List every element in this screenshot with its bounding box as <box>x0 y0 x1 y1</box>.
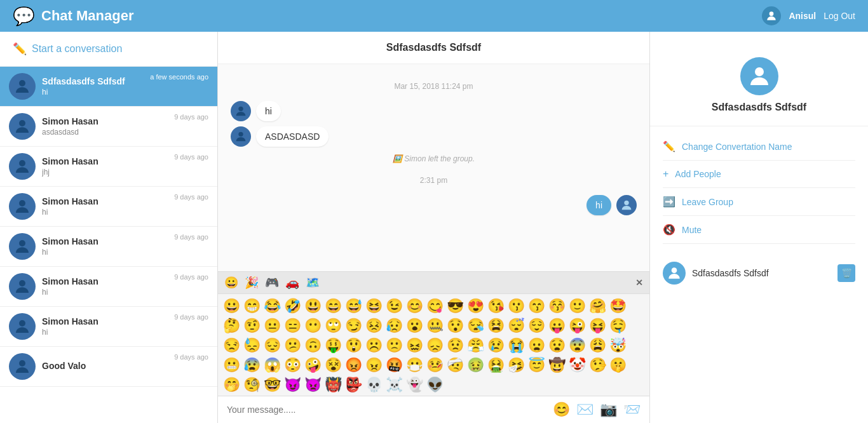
emoji-button[interactable]: 😊 <box>553 401 570 418</box>
add-people-button[interactable]: + Add People <box>663 161 855 188</box>
emoji-item[interactable]: 😋 <box>425 297 445 316</box>
emoji-item[interactable]: 🤢 <box>466 356 485 375</box>
emoji-item[interactable]: 🤭 <box>222 375 241 394</box>
emoji-cat-transport[interactable]: 🚗 <box>285 276 299 290</box>
emoji-item[interactable]: 😖 <box>405 336 424 355</box>
emoji-item[interactable]: 🙄 <box>323 316 343 335</box>
conversation-item[interactable]: Simon Hasan hi 9 days ago <box>0 227 217 267</box>
emoji-item[interactable]: 😑 <box>283 316 302 335</box>
conversation-item[interactable]: Simon Hasan hi 9 days ago <box>0 187 217 227</box>
camera-button[interactable]: 📷 <box>600 401 617 418</box>
mute-button[interactable]: 🔇 Mute <box>663 216 855 244</box>
emoji-item[interactable]: 😴 <box>506 316 526 335</box>
emoji-item[interactable]: 😜 <box>567 316 587 335</box>
emoji-item[interactable]: 😟 <box>445 336 465 355</box>
emoji-item[interactable]: 🤧 <box>506 356 526 375</box>
emoji-item[interactable]: 😒 <box>222 336 241 355</box>
emoji-item[interactable]: 🤬 <box>384 356 404 375</box>
conversation-item[interactable]: Good Valo 9 days ago <box>0 347 217 387</box>
emoji-item[interactable]: 😶 <box>303 316 323 335</box>
conversation-item[interactable]: Simon Hasan asdasdasd 9 days ago <box>0 107 217 147</box>
emoji-item[interactable]: 🤮 <box>486 356 506 375</box>
emoji-item[interactable]: 👿 <box>303 375 323 394</box>
emoji-item[interactable]: 🤫 <box>608 356 628 375</box>
emoji-item[interactable]: 👺 <box>344 375 363 394</box>
emoji-cat-celebration[interactable]: 🎉 <box>245 276 259 290</box>
start-conversation-button[interactable]: ✏️ Start a conversation <box>0 32 217 67</box>
emoji-item[interactable]: 😙 <box>527 297 546 316</box>
emoji-item[interactable]: 🤒 <box>425 356 445 375</box>
emoji-item[interactable]: 🤯 <box>608 336 628 355</box>
emoji-item[interactable]: 😌 <box>527 316 546 335</box>
emoji-item[interactable]: 😷 <box>405 356 424 375</box>
emoji-item[interactable]: 😄 <box>323 297 343 316</box>
emoji-item[interactable]: 😎 <box>445 297 465 316</box>
image-button[interactable]: ✉️ <box>576 401 593 418</box>
emoji-item[interactable]: 😡 <box>344 356 363 375</box>
emoji-item[interactable]: 😩 <box>588 336 607 355</box>
emoji-item[interactable]: 🤣 <box>283 297 302 316</box>
emoji-item[interactable]: 😐 <box>262 316 282 335</box>
emoji-item[interactable]: 😢 <box>486 336 506 355</box>
emoji-item[interactable]: 😏 <box>344 316 363 335</box>
conversation-item[interactable]: Sdfasdasdfs Sdfsdf hi a few seconds ago <box>0 67 217 107</box>
emoji-item[interactable]: 😨 <box>567 336 587 355</box>
emoji-item[interactable]: 😃 <box>303 297 323 316</box>
emoji-item[interactable]: 🤪 <box>303 356 323 375</box>
emoji-item[interactable]: 😓 <box>242 336 262 355</box>
emoji-item[interactable]: 😚 <box>547 297 567 316</box>
emoji-item[interactable]: 🤑 <box>323 336 343 355</box>
emoji-item[interactable]: 👽 <box>425 375 445 394</box>
emoji-item[interactable]: 😭 <box>506 336 526 355</box>
emoji-item[interactable]: 🤠 <box>547 356 567 375</box>
emoji-item[interactable]: 😤 <box>466 336 485 355</box>
leave-group-button[interactable]: ➡️ Leave Group <box>663 188 855 216</box>
change-name-button[interactable]: ✏️ Change Convertation Name <box>663 133 855 161</box>
emoji-item[interactable]: 😆 <box>364 297 384 316</box>
emoji-item[interactable]: 😗 <box>506 297 526 316</box>
conversation-item[interactable]: Simon Hasan hi 9 days ago <box>0 307 217 347</box>
emoji-item[interactable]: 👹 <box>323 375 343 394</box>
logout-button[interactable]: Log Out <box>824 11 855 21</box>
emoji-item[interactable]: 🤡 <box>567 356 587 375</box>
emoji-item[interactable]: 😱 <box>262 356 282 375</box>
emoji-item[interactable]: 😬 <box>222 356 241 375</box>
emoji-item[interactable]: 😮 <box>405 316 424 335</box>
emoji-item[interactable]: ☹️ <box>364 336 384 355</box>
send-button[interactable]: 📨 <box>623 401 641 418</box>
emoji-item[interactable]: 😍 <box>466 297 485 316</box>
emoji-item[interactable]: 😯 <box>445 316 465 335</box>
conversation-item[interactable]: Simon Hasan hi 9 days ago <box>0 267 217 307</box>
emoji-item[interactable]: 🙃 <box>303 336 323 355</box>
emoji-item[interactable]: 🤗 <box>588 297 607 316</box>
emoji-item[interactable]: 😕 <box>283 336 302 355</box>
emoji-item[interactable]: 😁 <box>242 297 262 316</box>
emoji-item[interactable]: 😊 <box>405 297 424 316</box>
emoji-item[interactable]: 😇 <box>527 356 546 375</box>
emoji-cat-smileys[interactable]: 😀 <box>224 276 238 290</box>
emoji-item[interactable]: 😲 <box>344 336 363 355</box>
emoji-item[interactable]: 😰 <box>242 356 262 375</box>
emoji-item[interactable]: 😦 <box>527 336 546 355</box>
emoji-item[interactable]: 😛 <box>547 316 567 335</box>
emoji-item[interactable]: 😘 <box>486 297 506 316</box>
emoji-item[interactable]: 🤤 <box>608 316 628 335</box>
message-input[interactable] <box>227 405 546 415</box>
emoji-item[interactable]: 😧 <box>547 336 567 355</box>
emoji-item[interactable]: 😈 <box>283 375 302 394</box>
emoji-item[interactable]: ☠️ <box>384 375 404 394</box>
emoji-item[interactable]: 😫 <box>486 316 506 335</box>
emoji-item[interactable]: 🙁 <box>384 336 404 355</box>
emoji-item[interactable]: 😠 <box>364 356 384 375</box>
delete-member-button[interactable]: 🗑️ <box>837 264 855 282</box>
emoji-item[interactable]: 😔 <box>262 336 282 355</box>
emoji-picker-close-button[interactable]: ✕ <box>635 278 643 288</box>
emoji-item[interactable]: 🤨 <box>242 316 262 335</box>
emoji-item[interactable]: 🤔 <box>222 316 241 335</box>
emoji-cat-games[interactable]: 🎮 <box>265 276 279 290</box>
emoji-item[interactable]: 🙂 <box>567 297 587 316</box>
emoji-item[interactable]: 😝 <box>588 316 607 335</box>
emoji-item[interactable]: 🤩 <box>608 297 628 316</box>
emoji-item[interactable]: 😞 <box>425 336 445 355</box>
emoji-item[interactable]: 😂 <box>262 297 282 316</box>
